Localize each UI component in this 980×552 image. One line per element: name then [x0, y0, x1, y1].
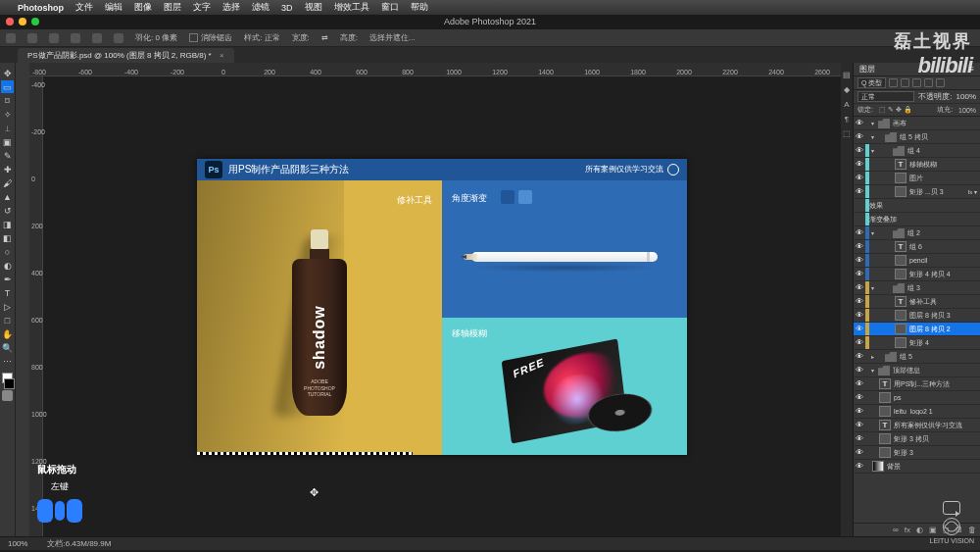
layer-row[interactable]: 效果 — [854, 199, 980, 213]
layer-row[interactable]: 👁pencil — [854, 254, 980, 268]
blur-tool[interactable]: ○ — [1, 245, 14, 258]
filter-type-icon[interactable] — [912, 78, 921, 87]
visibility-toggle[interactable]: 👁 — [854, 242, 865, 251]
marquee-tool[interactable]: ▭ — [1, 80, 14, 93]
bg-color-swatch[interactable] — [4, 378, 15, 389]
layer-row[interactable]: 👁矩形 4 — [854, 336, 980, 350]
selection-new-icon[interactable] — [49, 33, 59, 43]
opt-select-mask[interactable]: 选择并遮住... — [369, 32, 416, 43]
layer-row[interactable]: 👁▾组 5 拷贝 — [854, 130, 980, 144]
visibility-toggle[interactable]: 👁 — [854, 407, 865, 416]
visibility-toggle[interactable]: 👁 — [854, 187, 865, 196]
pen-tool[interactable]: ✒ — [1, 273, 14, 285]
filter-smart-icon[interactable] — [936, 78, 945, 87]
visibility-toggle[interactable]: 👁 — [854, 146, 865, 155]
opt-swap-icon[interactable]: ⇄ — [321, 33, 328, 42]
gradient-tool[interactable]: ◧ — [1, 231, 14, 244]
layer-row[interactable]: 👁矩形 3 拷贝 — [854, 432, 980, 446]
opacity-value[interactable]: 100% — [956, 92, 976, 101]
menu-edit[interactable]: 编辑 — [105, 1, 122, 14]
stamp-tool[interactable]: ▲ — [1, 190, 14, 203]
visibility-toggle[interactable]: 👁 — [854, 338, 865, 347]
filter-shape-icon[interactable] — [924, 78, 933, 87]
mask-icon[interactable]: ◐ — [916, 526, 923, 534]
disclosure-arrow[interactable]: ▾ — [869, 367, 875, 374]
layer-fx-badge[interactable]: fx ▾ — [968, 188, 977, 195]
menu-help[interactable]: 帮助 — [411, 1, 428, 14]
visibility-toggle[interactable]: 👁 — [854, 448, 865, 457]
visibility-toggle[interactable]: 👁 — [854, 379, 865, 388]
type-tool[interactable]: T — [1, 286, 14, 299]
panel-icon-1[interactable]: ▤ — [843, 71, 851, 79]
path-tool[interactable]: ▷ — [1, 300, 14, 313]
layer-row[interactable]: 👁T修补工具 — [854, 295, 980, 309]
layer-row[interactable]: 👁T用PS制...三种方法 — [854, 377, 980, 391]
disclosure-arrow[interactable]: ▾ — [869, 284, 875, 291]
disclosure-arrow[interactable]: ▾ — [869, 133, 875, 140]
layer-row[interactable]: 👁矩形 3 — [854, 446, 980, 460]
visibility-toggle[interactable]: 👁 — [854, 283, 865, 292]
visibility-toggle[interactable]: 👁 — [854, 270, 865, 278]
edit-toolbar[interactable]: ⋯ — [1, 355, 14, 368]
tab-close-icon[interactable]: × — [220, 51, 224, 60]
menu-filter[interactable]: 滤镜 — [252, 1, 270, 14]
layer-row[interactable]: 👁▾组 3 — [854, 281, 980, 295]
panel-title[interactable]: 图层 — [859, 64, 875, 75]
tool-preset-icon[interactable] — [27, 33, 37, 43]
link-layers-icon[interactable]: ∞ — [893, 526, 899, 534]
brush-tool[interactable]: 🖌 — [1, 176, 14, 189]
selection-sub-icon[interactable] — [92, 33, 102, 43]
layer-row[interactable]: 👁▾组 4 — [854, 144, 980, 158]
window-minimize[interactable] — [19, 18, 26, 25]
window-close[interactable] — [6, 18, 14, 25]
disclosure-arrow[interactable]: ▾ — [869, 120, 875, 126]
home-icon[interactable] — [6, 33, 16, 43]
visibility-toggle[interactable]: 👁 — [854, 311, 865, 320]
menu-3d[interactable]: 3D — [281, 3, 293, 13]
zoom-value[interactable]: 100% — [8, 539, 27, 548]
layer-row[interactable]: 👁图层 8 拷贝 2 — [854, 323, 980, 336]
layer-row[interactable]: 👁矩形 ...贝 3fx ▾ — [854, 185, 980, 199]
panel-icon-2[interactable]: ◆ — [844, 85, 850, 94]
menu-type[interactable]: 文字 — [193, 1, 211, 14]
panel-icon-5[interactable]: ⬚ — [843, 129, 851, 138]
shape-tool[interactable]: □ — [1, 314, 14, 326]
disclosure-arrow[interactable]: ▾ — [869, 229, 875, 236]
ruler-horizontal[interactable]: -800-600-400-200020040060080010001200140… — [29, 63, 841, 76]
menu-file[interactable]: 文件 — [75, 1, 93, 14]
hand-tool[interactable]: ✋ — [1, 327, 14, 340]
layer-row[interactable]: 👁背景 — [854, 460, 980, 474]
disclosure-arrow[interactable]: ▾ — [869, 147, 875, 154]
visibility-toggle[interactable]: 👁 — [854, 174, 865, 182]
menu-image[interactable]: 图像 — [134, 1, 152, 14]
visibility-toggle[interactable]: 👁 — [854, 256, 865, 265]
layer-row[interactable]: 👁矩形 4 拷贝 4 — [854, 268, 980, 281]
disclosure-arrow[interactable]: ▸ — [869, 353, 875, 360]
wand-tool[interactable]: ✧ — [1, 108, 14, 121]
visibility-toggle[interactable]: 👁 — [854, 462, 865, 471]
layer-row[interactable]: 👁T所有案例仅供学习交流 — [854, 419, 980, 432]
visibility-toggle[interactable]: 👁 — [854, 393, 865, 402]
lock-icons[interactable]: ⬚ ✎ ✥ 🔒 — [879, 106, 912, 114]
opt-antialias-checkbox[interactable] — [189, 33, 198, 42]
heal-tool[interactable]: ✚ — [1, 163, 14, 176]
visibility-toggle[interactable]: 👁 — [854, 132, 865, 141]
layer-row[interactable]: 👁T移轴模糊 — [854, 158, 980, 172]
layer-row[interactable]: 👁▾画布 — [854, 117, 980, 130]
move-tool[interactable]: ✥ — [1, 67, 14, 79]
opt-feather-value[interactable]: 0 像素 — [155, 33, 177, 42]
layer-row[interactable]: 👁leitu_logo2 1 — [854, 405, 980, 419]
menu-view[interactable]: 视图 — [305, 1, 322, 14]
visibility-toggle[interactable]: 👁 — [854, 297, 865, 306]
panel-icon-3[interactable]: A — [844, 100, 849, 109]
selection-intersect-icon[interactable] — [114, 33, 123, 43]
opt-style-value[interactable]: 正常 — [265, 33, 280, 42]
layer-filter-kind[interactable]: Q 类型 — [858, 77, 886, 88]
layer-row[interactable]: 👁▾组 2 — [854, 226, 980, 240]
layer-row[interactable]: 👁ps — [854, 391, 980, 405]
visibility-toggle[interactable]: 👁 — [854, 352, 865, 361]
visibility-toggle[interactable]: 👁 — [854, 325, 865, 333]
panel-icon-4[interactable]: ¶ — [845, 115, 849, 124]
layer-row[interactable]: 👁T组 6 — [854, 240, 980, 254]
menu-plugins[interactable]: 增效工具 — [334, 1, 369, 14]
